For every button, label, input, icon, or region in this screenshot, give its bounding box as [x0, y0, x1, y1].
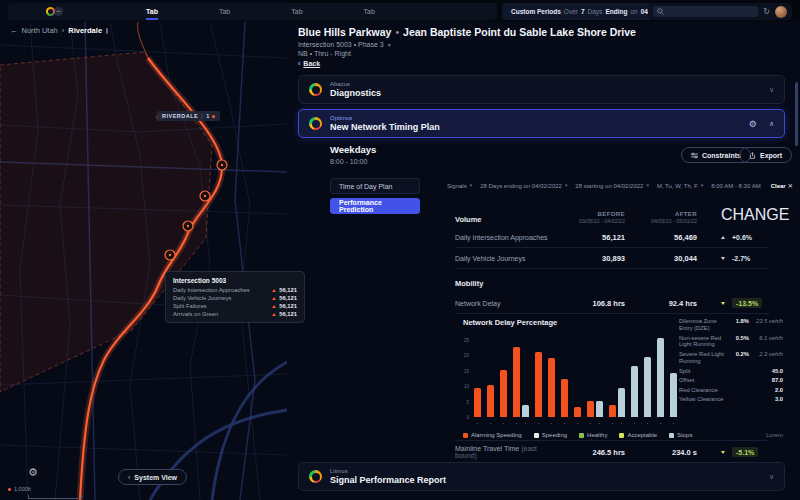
back-link[interactable]: ‹ Back	[298, 60, 320, 67]
stat-percent-value: 0.2%	[731, 351, 749, 358]
main-panel: Blue Hills Parkway•Jean Baptiste Point d…	[287, 22, 800, 500]
breadcrumb-region[interactable]: North Utah	[22, 26, 58, 35]
chart-bar[interactable]	[474, 388, 481, 417]
system-view-button[interactable]: ‹ System View	[118, 469, 187, 485]
filter-icon	[691, 152, 698, 159]
legend-item[interactable]: Alarming Speeding	[463, 432, 522, 438]
legend-label: Speeding	[542, 432, 567, 438]
stat-row: Offset87.0	[679, 377, 783, 384]
legend-note: Lorem	[766, 432, 783, 438]
chart-bar[interactable]	[596, 401, 603, 417]
volume-section-label: Volume	[455, 215, 555, 224]
refresh-icon[interactable]: ↻	[763, 7, 770, 16]
export-label: Export	[760, 152, 782, 159]
chevron-down-icon[interactable]: ∨	[769, 86, 774, 94]
chevron-down-icon[interactable]: ∨	[769, 473, 774, 481]
metric-after-value: 30,044	[625, 254, 697, 263]
chart-bar[interactable]	[535, 352, 542, 417]
metric-after-value: 92.4 hrs	[625, 299, 697, 308]
chart-bar[interactable]	[513, 347, 520, 417]
chart-bar[interactable]	[670, 373, 677, 417]
abacus-logo-icon	[309, 83, 322, 96]
x-tick	[474, 423, 481, 425]
scrollbar-thumb[interactable]	[795, 82, 798, 146]
chart-bar[interactable]	[561, 379, 568, 417]
x-tick	[522, 423, 529, 425]
legend-item[interactable]: Speeding	[534, 432, 567, 438]
topbar-tab-2[interactable]: Tab	[219, 3, 230, 20]
after-column-label: AFTER	[625, 211, 697, 217]
x-tick	[618, 423, 625, 425]
search-input[interactable]	[653, 6, 758, 17]
metric-change-cell: -2.7%	[697, 255, 769, 262]
metric-label: Network Delay	[455, 300, 555, 307]
scale-bar	[28, 495, 82, 499]
period-on: on	[630, 8, 637, 15]
tooltip-row-value: 56,121	[279, 295, 297, 301]
filter-chip[interactable]: 28 starting on 04/02/2022▼	[575, 183, 650, 189]
topbar-tab-1[interactable]: Tab	[146, 3, 158, 20]
legend-swatch	[534, 433, 539, 438]
legend-swatch	[619, 433, 624, 438]
app-logo-icon[interactable]: –	[46, 6, 64, 17]
logo-ring-icon	[46, 7, 55, 16]
topbar-tab-3[interactable]: Tab	[291, 3, 302, 20]
chart-bar[interactable]	[500, 370, 507, 417]
metric-label: Daily Intersection Approaches	[455, 234, 555, 241]
breadcrumb-separator: ›	[62, 26, 65, 35]
map-area-name: RIVERDALE	[162, 113, 198, 119]
legend-item[interactable]: Stops	[669, 432, 692, 438]
stat-row: Dilemma Zone Entry (DZE)1.8%23.5 veh/h	[679, 318, 783, 332]
intersection-subtitle[interactable]: Intersection 5003 • Phase 3 ▼	[298, 41, 636, 48]
abacus-panel-title: Diagnostics	[330, 88, 381, 98]
chart-bar[interactable]	[574, 407, 581, 417]
chart-bar[interactable]	[609, 405, 616, 417]
chevron-up-icon[interactable]: ∧	[769, 120, 774, 128]
x-tick	[644, 423, 651, 425]
map-area-count: 1	[206, 113, 210, 119]
map-area-pill[interactable]: RIVERDALE | 1	[157, 111, 220, 121]
filter-chip[interactable]: M, Tu, W, Th, F▼	[657, 183, 704, 189]
chart-bar[interactable]	[644, 357, 651, 417]
mainline-before-value: 246.5 hrs	[555, 448, 625, 457]
chart-bar[interactable]	[618, 388, 625, 417]
x-tick	[609, 423, 616, 425]
chart-bar[interactable]	[631, 366, 638, 417]
back-arrow-icon[interactable]: ←	[10, 26, 18, 35]
panel-optimus-timing-plan[interactable]: Optimus New Network Timing Plan ⚙ ∧	[298, 109, 785, 138]
chevron-down-icon: ▼	[700, 183, 704, 188]
tooltip-row-label: Daily Intersection Approaches	[173, 287, 272, 293]
export-button[interactable]: Export	[739, 147, 792, 163]
chart-bar[interactable]	[587, 401, 594, 417]
period-days-unit: Days	[588, 8, 603, 15]
trend-down-icon	[721, 302, 725, 305]
chart-bar[interactable]	[522, 405, 529, 417]
filter-chip[interactable]: 28 Days ending on 04/02/2022▼	[480, 183, 568, 189]
filter-chip[interactable]: Signals▼	[447, 183, 473, 189]
avatar[interactable]	[775, 6, 787, 18]
topbar-tab-4[interactable]: Tab	[364, 3, 375, 20]
x-tick	[670, 423, 677, 425]
chart-bar[interactable]	[487, 385, 494, 417]
breadcrumb-city[interactable]: Riverdale	[68, 26, 102, 35]
chart-bar[interactable]	[657, 338, 664, 417]
filter-chip[interactable]: 8:00 AM - 8:30 AM	[711, 183, 760, 189]
chart-x-axis-ticks	[474, 423, 683, 425]
change-value: -2.7%	[732, 255, 750, 262]
tab-time-of-day-plan[interactable]: Time of Day Plan	[330, 178, 420, 194]
stat-label: Red Clearance	[679, 387, 749, 394]
map-canvas[interactable]: RIVERDALE | 1 Intersection 5003 Daily In…	[0, 0, 287, 500]
tab-performance-prediction[interactable]: Performance Prediction	[330, 198, 420, 214]
legend-swatch	[463, 433, 468, 438]
legend-item[interactable]: Acceptable	[619, 432, 657, 438]
chart-legend: Alarming SpeedingSpeedingHealthyAcceptab…	[463, 432, 783, 438]
clear-filters-button[interactable]: Clear✕	[771, 182, 793, 189]
panel-litmus-report[interactable]: Litmus Signal Performance Report ∨	[298, 462, 785, 491]
breadcrumb: ← North Utah › Riverdale	[10, 26, 108, 35]
panel-abacus-diagnostics[interactable]: Abacus Diagnostics ∨	[298, 75, 785, 104]
y-tick-label: 0	[461, 415, 469, 420]
legend-item[interactable]: Healthy	[579, 432, 607, 438]
map-settings-icon[interactable]: ⚙	[28, 466, 38, 479]
gear-icon[interactable]: ⚙	[749, 119, 757, 129]
chart-bar[interactable]	[548, 358, 555, 417]
